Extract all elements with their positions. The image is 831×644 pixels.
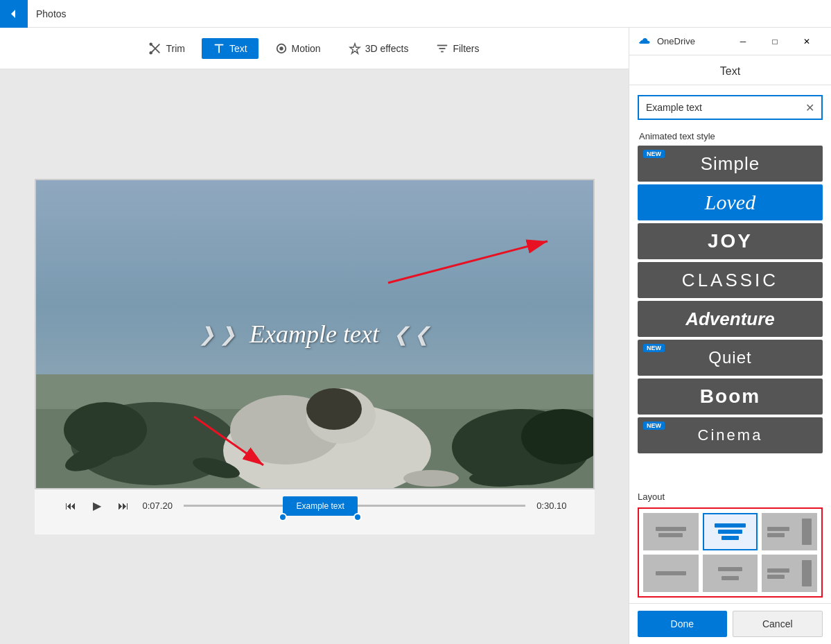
effects-button[interactable]: 3D effects xyxy=(338,38,420,59)
handle-left[interactable] xyxy=(279,513,287,521)
style-adventure[interactable]: Adventure xyxy=(638,301,823,337)
timeline-controls: ⏮ ▶ ⏭ 0:07.20 Example text 0:30.1 xyxy=(62,496,567,515)
svg-point-1 xyxy=(150,51,153,55)
style-loved[interactable]: Loved xyxy=(638,184,823,220)
svg-point-0 xyxy=(150,42,153,45)
layout-option-4[interactable] xyxy=(643,555,699,592)
minimize-button[interactable]: ─ xyxy=(727,28,759,55)
motion-icon xyxy=(275,42,288,55)
svg-rect-2 xyxy=(215,44,224,45)
step-back-button[interactable]: ⏮ xyxy=(62,497,79,515)
filters-button[interactable]: Filters xyxy=(425,38,490,59)
layout-icon-5 xyxy=(704,563,757,584)
video-area: Trim Text Motion 3D effects Filters xyxy=(0,28,629,644)
text-button[interactable]: Text xyxy=(202,38,259,59)
video-text-overlay: ❯ ❯ Example text ❮ ❮ xyxy=(199,320,430,349)
layout-icon-4 xyxy=(645,567,697,580)
text-input-wrapper: ✕ xyxy=(638,95,823,120)
onedrive-left: OneDrive xyxy=(638,35,695,49)
overlay-text: Example text xyxy=(250,320,379,349)
svg-point-26 xyxy=(469,470,532,487)
deco-left: ❯ ❯ xyxy=(199,323,236,346)
style-classic[interactable]: CLASSIC xyxy=(638,262,823,298)
style-adventure-text: Adventure xyxy=(685,308,775,330)
new-badge-quiet: NEW xyxy=(643,344,665,352)
style-quiet-text: Quiet xyxy=(708,348,751,367)
animated-style-label: Animated text style xyxy=(629,125,831,146)
time-end: 0:30.10 xyxy=(536,501,566,511)
style-cinema[interactable]: NEW Cinema xyxy=(638,417,823,453)
time-start: 0:07.20 xyxy=(143,501,173,511)
back-icon xyxy=(8,8,19,19)
layout-icon-1 xyxy=(645,523,697,541)
svg-rect-9 xyxy=(441,51,444,52)
new-badge-cinema: NEW xyxy=(643,421,665,430)
style-boom[interactable]: Boom xyxy=(638,378,823,415)
layout-grid xyxy=(643,513,817,592)
layout-option-3[interactable] xyxy=(762,513,817,550)
cancel-button[interactable]: Cancel xyxy=(733,611,823,637)
style-simple-text: Simple xyxy=(701,153,760,175)
layout-option-6[interactable] xyxy=(762,555,817,592)
layout-option-2[interactable] xyxy=(703,513,758,550)
text-block[interactable]: Example text xyxy=(283,496,358,516)
layout-label: Layout xyxy=(638,491,823,502)
style-cinema-text: Cinema xyxy=(698,426,763,444)
trim-icon xyxy=(149,42,161,55)
style-boom-text: Boom xyxy=(700,385,760,408)
toolbar: Trim Text Motion 3D effects Filters xyxy=(0,28,629,69)
style-simple[interactable]: NEW Simple xyxy=(638,146,823,182)
text-clear-button[interactable]: ✕ xyxy=(798,97,821,119)
svg-rect-8 xyxy=(439,48,446,49)
play-button[interactable]: ▶ xyxy=(90,496,104,515)
back-button[interactable] xyxy=(0,0,28,28)
close-button[interactable]: ✕ xyxy=(791,28,823,55)
app-title: Photos xyxy=(28,8,67,19)
style-joy[interactable]: JOY xyxy=(638,223,823,259)
new-badge-simple: NEW xyxy=(643,150,665,158)
style-loved-text: Loved xyxy=(705,191,755,214)
layout-section: Layout xyxy=(629,486,831,603)
svg-point-22 xyxy=(306,388,362,430)
motion-button[interactable]: Motion xyxy=(264,38,332,59)
styles-list: NEW Simple Loved JOY CLASSIC Adventure N… xyxy=(629,146,831,486)
text-input[interactable] xyxy=(639,96,798,119)
layout-icon-2 xyxy=(704,519,757,544)
deco-right: ❮ ❮ xyxy=(393,323,430,346)
filters-icon xyxy=(436,42,448,55)
trim-button[interactable]: Trim xyxy=(138,38,195,59)
text-icon xyxy=(213,42,225,55)
style-joy-text: JOY xyxy=(708,230,753,252)
style-classic-text: CLASSIC xyxy=(682,270,778,291)
onedrive-bar: OneDrive ─ □ ✕ xyxy=(629,28,831,55)
onedrive-icon xyxy=(638,35,651,49)
text-input-area: ✕ xyxy=(629,85,831,125)
right-panel: OneDrive ─ □ ✕ Text ✕ Animated text styl… xyxy=(629,28,831,644)
effects-icon xyxy=(349,42,361,55)
layout-border xyxy=(638,507,823,598)
svg-rect-3 xyxy=(218,45,220,53)
timeline-area: ⏮ ▶ ⏭ 0:07.20 Example text 0:30.1 xyxy=(35,489,595,534)
done-button[interactable]: Done xyxy=(638,611,727,637)
step-forward-button[interactable]: ⏭ xyxy=(115,497,132,515)
svg-rect-7 xyxy=(437,44,447,46)
panel-actions: Done Cancel xyxy=(629,603,831,644)
svg-marker-6 xyxy=(349,43,359,53)
layout-option-5[interactable] xyxy=(703,555,758,592)
svg-point-5 xyxy=(279,46,283,50)
maximize-button[interactable]: □ xyxy=(759,28,791,55)
layout-option-1[interactable] xyxy=(643,513,699,550)
panel-title: Text xyxy=(629,55,831,85)
video-area-inner: ❯ ❯ Example text ❮ ❮ xyxy=(35,179,595,534)
window-controls: ─ □ ✕ xyxy=(727,28,823,55)
style-quiet[interactable]: NEW Quiet xyxy=(638,340,823,376)
svg-point-25 xyxy=(403,470,459,487)
timeline-track[interactable]: Example text xyxy=(184,505,525,507)
video-player: ❯ ❯ Example text ❮ ❮ xyxy=(35,179,595,489)
main-layout: Trim Text Motion 3D effects Filters xyxy=(0,28,831,644)
handle-right[interactable] xyxy=(353,513,362,521)
titlebar: Photos xyxy=(0,0,831,28)
